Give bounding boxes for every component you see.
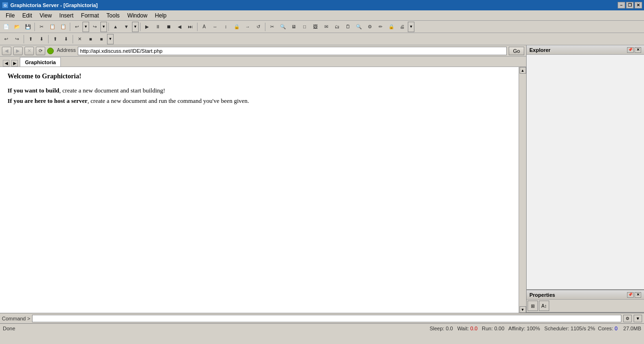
restore-button[interactable]: ❐: [626, 2, 634, 8]
tb-paste[interactable]: 📋: [58, 22, 68, 32]
tb-play[interactable]: ▶: [142, 22, 152, 32]
tb-redo[interactable]: ↪: [90, 22, 100, 32]
tb-image[interactable]: 🖼: [310, 22, 321, 32]
tb2-dropdown[interactable]: ▼: [107, 34, 114, 44]
prop-sort-button[interactable]: A↕: [539, 301, 549, 311]
tb-redo-dropdown[interactable]: ▼: [100, 22, 107, 32]
go-button[interactable]: Go: [509, 47, 524, 55]
tab-scroll-right[interactable]: ▶: [11, 60, 18, 67]
menu-insert[interactable]: Insert: [56, 10, 77, 20]
tb-main-dropdown[interactable]: ▼: [408, 22, 414, 32]
app-icon: G: [2, 2, 8, 8]
tb-rect[interactable]: □: [299, 22, 310, 32]
address-input[interactable]: [78, 47, 507, 55]
menu-format[interactable]: Format: [77, 10, 103, 20]
tab-scroll-left[interactable]: ◀: [3, 60, 9, 67]
tb2-fwd[interactable]: ↪: [12, 34, 22, 44]
tb-nav-dropdown[interactable]: ▼: [132, 22, 139, 32]
menu-help[interactable]: Help: [151, 10, 171, 20]
document-scroll-container: Welcome to Graphictoria! If you want to …: [0, 67, 526, 313]
menu-edit[interactable]: Edit: [18, 10, 36, 20]
cores-val: 0: [615, 326, 618, 331]
explorer-pin-button[interactable]: 📌: [627, 47, 634, 53]
sleep-label: Sleep:: [429, 326, 444, 331]
tb-arrow[interactable]: →: [242, 22, 253, 32]
tab-graphictoria[interactable]: Graphictoria: [20, 57, 61, 67]
scrollbar-track[interactable]: [519, 74, 526, 306]
tb-save[interactable]: 💾: [23, 22, 33, 32]
tb-rotate[interactable]: ↺: [253, 22, 264, 32]
tb-stop[interactable]: ⏹: [164, 22, 174, 32]
scrollbar-up[interactable]: ▲: [520, 67, 526, 74]
tb-undo-dropdown[interactable]: ▼: [83, 22, 89, 32]
tb-search[interactable]: 🔍: [278, 22, 288, 32]
tb-lock[interactable]: 🔒: [231, 22, 242, 32]
tb-folder[interactable]: 🗂: [332, 22, 342, 32]
explorer-close-button[interactable]: ✕: [635, 47, 641, 53]
tb-down[interactable]: ▼: [121, 22, 132, 32]
tb2-close[interactable]: ✕: [74, 34, 85, 44]
content-line2: If you are here to host a server, create…: [8, 97, 519, 105]
tb2-black2[interactable]: ■: [96, 34, 107, 44]
menu-file[interactable]: File: [2, 10, 18, 20]
tb2-up[interactable]: ⬆: [25, 34, 36, 44]
status-metrics: Sleep: 0.0 Wait: 0.0 Run: 0.00 Affinity:…: [429, 326, 641, 331]
tb-open[interactable]: 📂: [12, 22, 22, 32]
tb-zoom[interactable]: 🔍: [354, 22, 364, 32]
title-bar-text: Graphictoria Server - [Graphictoria]: [10, 2, 98, 8]
prop-grid-button[interactable]: ⊞: [528, 301, 538, 311]
tb-print[interactable]: 🖨: [397, 22, 407, 32]
minimize-button[interactable]: −: [618, 2, 625, 8]
tb-h-expand[interactable]: ↔: [210, 22, 220, 32]
tb-sep-6: [265, 23, 265, 31]
tb-copy[interactable]: 📋: [47, 22, 58, 32]
tb-v-expand[interactable]: ↕: [221, 22, 231, 32]
tb-gear[interactable]: ⚙: [364, 22, 375, 32]
properties-pin-button[interactable]: 📌: [627, 292, 634, 298]
tb-lock2[interactable]: 🔒: [386, 22, 396, 32]
tb-new[interactable]: 📄: [1, 22, 11, 32]
properties-close-button[interactable]: ✕: [635, 292, 641, 298]
nav-refresh-button[interactable]: ⟳: [36, 47, 45, 55]
tb-monitor[interactable]: 🖥: [289, 22, 299, 32]
nav-stop-button[interactable]: ✕: [25, 47, 34, 55]
close-button[interactable]: ✕: [635, 2, 642, 8]
explorer-panel-header: Explorer 📌 ✕: [527, 45, 644, 55]
command-input[interactable]: [32, 315, 621, 322]
sleep-val: 0.0: [446, 326, 453, 331]
tb-next[interactable]: ⏭: [185, 22, 196, 32]
scheduler-val: 1105/s 2%: [570, 326, 595, 331]
tb-pause[interactable]: ⏸: [153, 22, 163, 32]
toolbar-2: ↩ ↪ ⬆ ⬇ ⬆ ⬇ ✕ ■ ■ ▼: [0, 33, 644, 45]
tb2-sep-2: [48, 35, 49, 43]
tb-sep-5: [197, 23, 198, 31]
menu-window[interactable]: Window: [124, 10, 151, 20]
menu-view[interactable]: View: [36, 10, 56, 20]
document-content: Welcome to Graphictoria! If you want to …: [0, 67, 526, 313]
menu-bar: File Edit View Insert Format Tools Windo…: [0, 10, 644, 21]
tb2-black1[interactable]: ■: [85, 34, 96, 44]
tb-email[interactable]: ✉: [321, 22, 331, 32]
tb-note[interactable]: 🗒: [343, 22, 353, 32]
tb-prev[interactable]: ◀: [174, 22, 185, 32]
tb2-down[interactable]: ⬇: [36, 34, 47, 44]
tb2-down2[interactable]: ⬇: [61, 34, 71, 44]
tb-up[interactable]: ▲: [110, 22, 121, 32]
nav-forward-button[interactable]: ▶: [13, 47, 23, 55]
command-menu-button[interactable]: ▼: [634, 315, 642, 322]
menu-tools[interactable]: Tools: [103, 10, 124, 20]
tb-undo[interactable]: ↩: [72, 22, 82, 32]
command-settings-button[interactable]: ⚙: [623, 315, 632, 322]
tb-scissors[interactable]: ✂: [267, 22, 277, 32]
tb2-back[interactable]: ↩: [1, 34, 11, 44]
tb-edit[interactable]: ✏: [375, 22, 386, 32]
tb-cut[interactable]: ✂: [36, 22, 47, 32]
tb-text[interactable]: A: [199, 22, 209, 32]
title-bar-controls[interactable]: − ❐ ✕: [618, 2, 642, 8]
tb-sep-2: [70, 23, 70, 31]
nav-back-button[interactable]: ◀: [2, 47, 11, 55]
command-bar: Command > ⚙ ▼: [0, 313, 644, 323]
scrollbar-down[interactable]: ▼: [520, 306, 526, 313]
tb2-up2[interactable]: ⬆: [50, 34, 60, 44]
status-done: Done: [3, 326, 15, 331]
